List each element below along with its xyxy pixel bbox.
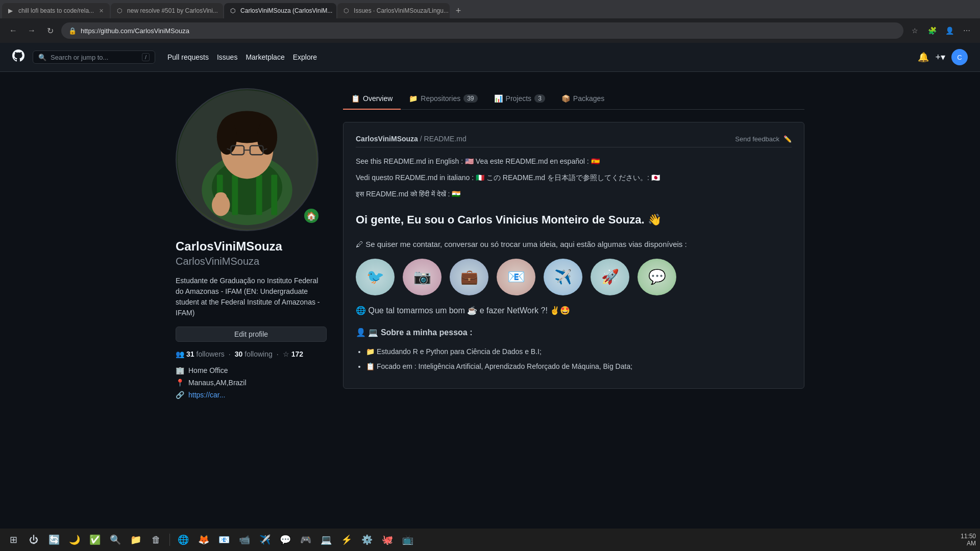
contact-telegram[interactable]: ✈️ xyxy=(544,259,582,295)
location-icon: 📍 xyxy=(176,379,184,387)
tab-favicon-4: ⬡ xyxy=(344,7,351,14)
profile-sidebar: 🏠 CarlosViniMSouza CarlosViniMSouza Estu… xyxy=(176,88,327,403)
search-slash: / xyxy=(142,53,150,61)
readme-about: 👤 💻 Sobre a minha pessoa : xyxy=(356,325,792,339)
tab-packages[interactable]: 📦 Packages xyxy=(553,88,612,110)
nav-explore[interactable]: Explore xyxy=(293,53,317,61)
nav-issues[interactable]: Issues xyxy=(217,53,237,61)
profile-username: CarlosViniMSouza xyxy=(176,256,327,267)
url-text: https://github.com/CarlosViniMSouza xyxy=(81,27,189,35)
readme-bullet-1: 📁 Estudando R e Python para Ciência de D… xyxy=(366,346,792,358)
contact-instagram[interactable]: 📷 xyxy=(403,259,442,295)
workplace-item: 🏢 Home Office xyxy=(176,366,327,374)
notifications-icon[interactable]: 🔔 xyxy=(918,52,929,63)
svg-rect-6 xyxy=(256,175,262,215)
browser-tab-2[interactable]: ⬡ new resolve #501 by CarlosVini... ✕ xyxy=(111,3,223,18)
back-button[interactable]: ← xyxy=(6,23,20,38)
browser-tabs: ▶ chill lofi beats to code/rela... ✕ ⬡ n… xyxy=(0,0,980,18)
nav-marketplace[interactable]: Marketplace xyxy=(246,53,284,61)
main-content: 🏠 CarlosViniMSouza CarlosViniMSouza Estu… xyxy=(163,72,817,419)
readme-path: CarlosViniMSouza / README.md xyxy=(356,135,467,143)
forward-button[interactable]: → xyxy=(24,23,39,38)
instagram-icon: 📷 xyxy=(413,265,431,289)
edit-readme-icon[interactable]: ✏️ xyxy=(783,135,792,143)
repos-count: 39 xyxy=(463,94,477,103)
readme-contact-icons: 🐦 📷 💼 📧 xyxy=(356,259,792,295)
nav-pull-requests[interactable]: Pull requests xyxy=(167,53,209,61)
bookmark-star-icon[interactable]: ☆ xyxy=(908,23,922,38)
user-avatar[interactable]: C xyxy=(951,49,968,65)
readme-actions: Send feedback ✏️ xyxy=(735,135,792,143)
browser-tab-4[interactable]: ⬡ Issues · CarlosViniMSouza/Lingu... ✕ xyxy=(337,3,450,18)
github-header: 🔍 Search or jump to... / Pull requests I… xyxy=(0,43,980,72)
people-icon: 👥 xyxy=(176,350,184,358)
svg-point-10 xyxy=(217,119,237,155)
website-item: 🔗 https://car... xyxy=(176,391,327,399)
profile-bio: Estudante de Graduação no Instituto Fede… xyxy=(176,276,327,318)
profile-icon[interactable]: 👤 xyxy=(942,23,957,38)
reload-button[interactable]: ↻ xyxy=(43,23,57,38)
avatar-container: 🏠 xyxy=(176,88,327,231)
tab-overview-label: Overview xyxy=(363,94,393,103)
github-nav: Pull requests Issues Marketplace Explore xyxy=(167,53,317,61)
status-badge: 🏠 xyxy=(303,208,320,224)
browser-toolbar: ← → ↻ 🔒 https://github.com/CarlosViniMSo… xyxy=(0,18,980,43)
readme-contact-intro: 🖊 Se quiser me contatar, conversar ou só… xyxy=(356,238,792,251)
readme-card: CarlosViniMSouza / README.md Send feedba… xyxy=(343,122,804,389)
search-bar[interactable]: 🔍 Search or jump to... / xyxy=(33,51,155,64)
twitter-icon: 🐦 xyxy=(366,265,384,289)
tab-close-1[interactable]: ✕ xyxy=(99,8,104,14)
contact-linkedin[interactable]: 💼 xyxy=(450,259,488,295)
contact-rocket[interactable]: 🚀 xyxy=(591,259,629,295)
browser-chrome: ▶ chill lofi beats to code/rela... ✕ ⬡ n… xyxy=(0,0,980,43)
readme-line-3: इस README.md को हिंदी में देखें : 🇮🇳 xyxy=(356,188,792,201)
location-item: 📍 Manaus,AM,Brazil xyxy=(176,379,327,387)
link-icon: 🔗 xyxy=(176,391,184,399)
readme-list: 📁 Estudando R e Python para Ciência de D… xyxy=(356,346,792,373)
new-tab-button[interactable]: + xyxy=(451,3,466,18)
gmail-icon: 📧 xyxy=(507,265,525,289)
edit-profile-button[interactable]: Edit profile xyxy=(176,327,327,342)
readme-line-2: Vedi questo README.md in italiano : 🇮🇹 こ… xyxy=(356,172,792,184)
tab-overview[interactable]: 📋 Overview xyxy=(343,88,401,110)
tab-repositories[interactable]: 📁 Repositories 39 xyxy=(401,88,485,110)
svg-rect-5 xyxy=(232,175,238,215)
github-logo[interactable] xyxy=(12,49,24,65)
website-text[interactable]: https://car... xyxy=(188,391,225,399)
tab-projects-label: Projects xyxy=(506,94,532,103)
readme-body: See this README.md in English : 🇺🇸 Vea e… xyxy=(356,156,792,373)
repos-icon: 📁 xyxy=(409,94,418,103)
browser-tab-1[interactable]: ▶ chill lofi beats to code/rela... ✕ xyxy=(2,3,110,18)
profile-tabs: 📋 Overview 📁 Repositories 39 📊 Projects … xyxy=(343,88,804,110)
search-icon: 🔍 xyxy=(38,54,46,61)
tab-favicon-1: ▶ xyxy=(8,7,15,14)
menu-icon[interactable]: ⋯ xyxy=(960,23,974,38)
packages-icon: 📦 xyxy=(561,94,570,103)
contact-gmail[interactable]: 📧 xyxy=(497,259,535,295)
readme-line-1: See this README.md in English : 🇺🇸 Vea e… xyxy=(356,156,792,168)
readme-path-user: CarlosViniMSouza xyxy=(356,135,418,143)
tab-label-4: Issues · CarlosViniMSouza/Lingu... xyxy=(354,7,449,14)
address-bar[interactable]: 🔒 https://github.com/CarlosViniMSouza xyxy=(61,22,903,39)
toolbar-right: ☆ 🧩 👤 ⋯ xyxy=(908,23,974,38)
followers-row: 👥 31 followers · 30 following · ☆ 172 xyxy=(176,350,327,358)
tab-favicon-2: ⬡ xyxy=(117,7,124,14)
profile-display-name: CarlosViniMSouza xyxy=(176,239,327,254)
readme-header: CarlosViniMSouza / README.md Send feedba… xyxy=(356,135,792,147)
overview-icon: 📋 xyxy=(351,94,360,103)
tab-projects[interactable]: 📊 Projects 3 xyxy=(486,88,553,110)
send-feedback-link[interactable]: Send feedback xyxy=(735,135,779,143)
followers-count: 31 xyxy=(186,350,194,358)
plus-icon[interactable]: +▾ xyxy=(935,52,945,63)
contact-twitter[interactable]: 🐦 xyxy=(356,259,395,295)
search-placeholder: Search or jump to... xyxy=(51,54,108,61)
star-icon: ☆ xyxy=(283,350,289,358)
tab-label-1: chill lofi beats to code/rela... xyxy=(18,7,94,14)
workplace-text: Home Office xyxy=(188,366,228,374)
svg-point-11 xyxy=(257,119,277,155)
browser-tab-3[interactable]: ⬡ CarlosViniMSouza (CarlosViniM... ✕ xyxy=(224,3,336,18)
extensions-icon[interactable]: 🧩 xyxy=(925,23,939,38)
linkedin-icon: 💼 xyxy=(460,265,478,289)
contact-whatsapp[interactable]: 💬 xyxy=(638,259,676,295)
followers-label: followers xyxy=(197,350,225,358)
